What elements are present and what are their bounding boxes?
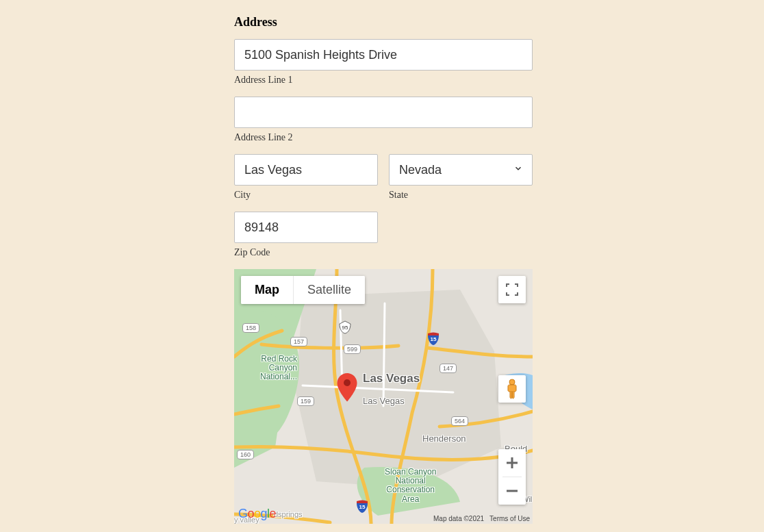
- state-select[interactable]: Nevada: [389, 154, 533, 186]
- svg-point-2: [509, 379, 515, 385]
- map-label-redrock: Red RockCanyonNational...: [249, 355, 297, 382]
- address-line2-input[interactable]: [234, 97, 533, 128]
- svg-point-1: [344, 379, 351, 386]
- map-type-controls: Map Satellite: [241, 276, 365, 304]
- fullscreen-icon: [506, 283, 518, 296]
- plus-icon: [506, 457, 518, 469]
- map-label-goodsprings: dsprings: [274, 510, 303, 518]
- map-marker-icon[interactable]: [337, 373, 357, 405]
- map-data-credit[interactable]: Map data ©2021: [433, 515, 484, 522]
- map-label-lasvegas-minor: Las Vegas: [363, 396, 405, 406]
- address-line1-input[interactable]: [234, 39, 533, 71]
- city-label: City: [234, 190, 378, 201]
- map-type-map-button[interactable]: Map: [241, 276, 294, 304]
- pegman-icon: [505, 379, 520, 399]
- hwy-599: 599: [344, 344, 361, 354]
- hwy-95: 95: [338, 320, 352, 334]
- hwy-i15-south: 15: [356, 500, 368, 513]
- fullscreen-button[interactable]: [498, 276, 526, 303]
- state-label: State: [389, 190, 533, 201]
- zoom-out-button[interactable]: [498, 477, 526, 505]
- hwy-160: 160: [237, 450, 254, 459]
- hwy-i15-north: 15: [427, 332, 440, 345]
- address-line2-label: Address Line 2: [234, 132, 533, 143]
- zip-input[interactable]: [234, 212, 378, 243]
- state-block: Nevada State: [389, 154, 533, 201]
- svg-rect-4: [507, 462, 518, 464]
- hwy-158: 158: [242, 323, 259, 333]
- map-container[interactable]: Las Vegas Las Vegas Henderson Bould y va…: [234, 269, 533, 524]
- address-line1-label: Address Line 1: [234, 75, 533, 86]
- hwy-564: 564: [451, 416, 468, 426]
- svg-rect-5: [507, 490, 518, 492]
- zoom-in-button[interactable]: [498, 449, 526, 477]
- zip-block: Zip Code: [234, 212, 378, 258]
- city-block: City: [234, 154, 378, 201]
- city-state-row: City Nevada State: [234, 154, 533, 201]
- map-label-lasvegas-major: Las Vegas: [363, 372, 420, 385]
- google-logo: Google: [238, 507, 276, 521]
- address-line1-block: Address Line 1: [234, 39, 533, 86]
- address-form: Address Address Line 1 Address Line 2 Ci…: [234, 15, 533, 524]
- map-label-henderson: Henderson: [422, 433, 466, 444]
- zip-label: Zip Code: [234, 247, 378, 258]
- city-input[interactable]: [234, 154, 378, 186]
- map-label-sloancanyon: Sloan CanyonNationalConservationArea: [385, 468, 436, 504]
- zoom-controls: [498, 449, 526, 505]
- address-line2-block: Address Line 2: [234, 97, 533, 143]
- map-type-satellite-button[interactable]: Satellite: [294, 276, 365, 304]
- address-heading: Address: [234, 15, 533, 29]
- map-credits: Map data ©2021 Terms of Use: [433, 515, 530, 522]
- pegman-button[interactable]: [498, 375, 526, 403]
- hwy-157: 157: [290, 337, 307, 346]
- map-terms-link[interactable]: Terms of Use: [489, 515, 530, 522]
- hwy-147: 147: [440, 364, 457, 373]
- minus-icon: [506, 485, 518, 497]
- hwy-159: 159: [297, 396, 314, 406]
